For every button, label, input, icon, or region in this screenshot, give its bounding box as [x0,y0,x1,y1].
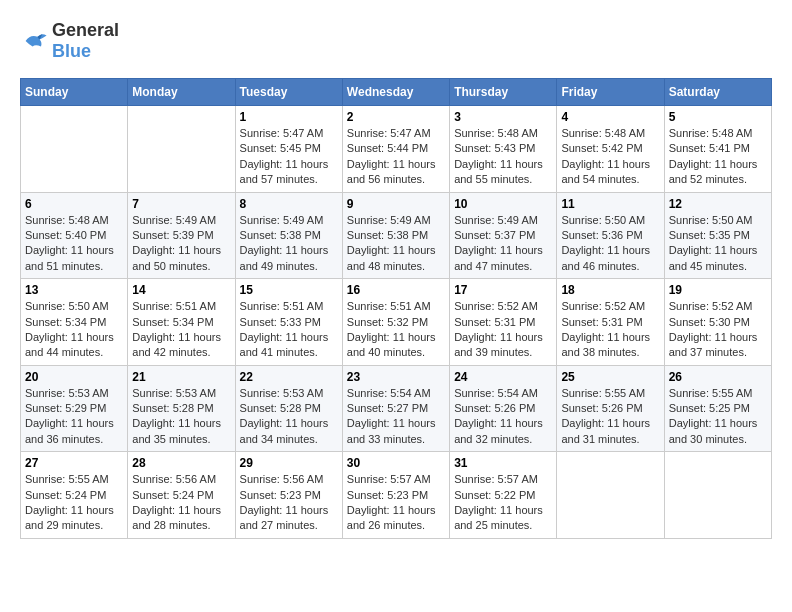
calendar-cell [21,106,128,193]
sunrise: Sunrise: 5:55 AM [561,386,659,401]
sunrise: Sunrise: 5:48 AM [454,126,552,141]
day-number: 19 [669,283,767,297]
sunset: Sunset: 5:39 PM [132,228,230,243]
sunrise: Sunrise: 5:49 AM [347,213,445,228]
daylight: Daylight: 11 hours and 40 minutes. [347,330,445,361]
day-number: 26 [669,370,767,384]
sunset: Sunset: 5:22 PM [454,488,552,503]
daylight: Daylight: 11 hours and 30 minutes. [669,416,767,447]
day-info: Sunrise: 5:56 AM Sunset: 5:24 PM Dayligh… [132,472,230,534]
sunset: Sunset: 5:31 PM [454,315,552,330]
daylight: Daylight: 11 hours and 47 minutes. [454,243,552,274]
column-header-sunday: Sunday [21,79,128,106]
daylight: Daylight: 11 hours and 41 minutes. [240,330,338,361]
daylight: Daylight: 11 hours and 48 minutes. [347,243,445,274]
sunrise: Sunrise: 5:55 AM [669,386,767,401]
calendar-week-5: 27 Sunrise: 5:55 AM Sunset: 5:24 PM Dayl… [21,452,772,539]
daylight: Daylight: 11 hours and 33 minutes. [347,416,445,447]
daylight: Daylight: 11 hours and 45 minutes. [669,243,767,274]
day-info: Sunrise: 5:52 AM Sunset: 5:31 PM Dayligh… [454,299,552,361]
sunrise: Sunrise: 5:49 AM [240,213,338,228]
day-number: 18 [561,283,659,297]
sunset: Sunset: 5:40 PM [25,228,123,243]
calendar-cell: 10 Sunrise: 5:49 AM Sunset: 5:37 PM Dayl… [450,192,557,279]
day-info: Sunrise: 5:51 AM Sunset: 5:32 PM Dayligh… [347,299,445,361]
sunset: Sunset: 5:23 PM [347,488,445,503]
sunset: Sunset: 5:38 PM [240,228,338,243]
calendar-cell: 13 Sunrise: 5:50 AM Sunset: 5:34 PM Dayl… [21,279,128,366]
sunrise: Sunrise: 5:48 AM [25,213,123,228]
day-info: Sunrise: 5:47 AM Sunset: 5:45 PM Dayligh… [240,126,338,188]
calendar-cell: 20 Sunrise: 5:53 AM Sunset: 5:29 PM Dayl… [21,365,128,452]
sunrise: Sunrise: 5:52 AM [669,299,767,314]
column-header-thursday: Thursday [450,79,557,106]
calendar-week-3: 13 Sunrise: 5:50 AM Sunset: 5:34 PM Dayl… [21,279,772,366]
day-number: 28 [132,456,230,470]
sunrise: Sunrise: 5:54 AM [454,386,552,401]
sunset: Sunset: 5:29 PM [25,401,123,416]
sunset: Sunset: 5:34 PM [132,315,230,330]
calendar-cell: 8 Sunrise: 5:49 AM Sunset: 5:38 PM Dayli… [235,192,342,279]
calendar-cell: 29 Sunrise: 5:56 AM Sunset: 5:23 PM Dayl… [235,452,342,539]
day-number: 16 [347,283,445,297]
daylight: Daylight: 11 hours and 52 minutes. [669,157,767,188]
sunset: Sunset: 5:23 PM [240,488,338,503]
sunrise: Sunrise: 5:50 AM [669,213,767,228]
logo-text: General Blue [52,20,119,62]
calendar-cell: 3 Sunrise: 5:48 AM Sunset: 5:43 PM Dayli… [450,106,557,193]
day-info: Sunrise: 5:49 AM Sunset: 5:38 PM Dayligh… [240,213,338,275]
sunrise: Sunrise: 5:51 AM [240,299,338,314]
day-number: 1 [240,110,338,124]
calendar-cell: 28 Sunrise: 5:56 AM Sunset: 5:24 PM Dayl… [128,452,235,539]
day-number: 30 [347,456,445,470]
day-info: Sunrise: 5:50 AM Sunset: 5:34 PM Dayligh… [25,299,123,361]
sunset: Sunset: 5:35 PM [669,228,767,243]
day-number: 27 [25,456,123,470]
calendar-cell: 17 Sunrise: 5:52 AM Sunset: 5:31 PM Dayl… [450,279,557,366]
day-info: Sunrise: 5:49 AM Sunset: 5:37 PM Dayligh… [454,213,552,275]
sunset: Sunset: 5:44 PM [347,141,445,156]
day-number: 5 [669,110,767,124]
sunrise: Sunrise: 5:55 AM [25,472,123,487]
daylight: Daylight: 11 hours and 39 minutes. [454,330,552,361]
day-info: Sunrise: 5:53 AM Sunset: 5:28 PM Dayligh… [240,386,338,448]
daylight: Daylight: 11 hours and 37 minutes. [669,330,767,361]
calendar-cell: 4 Sunrise: 5:48 AM Sunset: 5:42 PM Dayli… [557,106,664,193]
daylight: Daylight: 11 hours and 34 minutes. [240,416,338,447]
sunrise: Sunrise: 5:53 AM [240,386,338,401]
sunrise: Sunrise: 5:50 AM [25,299,123,314]
daylight: Daylight: 11 hours and 38 minutes. [561,330,659,361]
sunset: Sunset: 5:24 PM [132,488,230,503]
day-info: Sunrise: 5:57 AM Sunset: 5:22 PM Dayligh… [454,472,552,534]
day-number: 15 [240,283,338,297]
calendar-cell: 16 Sunrise: 5:51 AM Sunset: 5:32 PM Dayl… [342,279,449,366]
day-number: 6 [25,197,123,211]
day-info: Sunrise: 5:48 AM Sunset: 5:41 PM Dayligh… [669,126,767,188]
day-number: 8 [240,197,338,211]
day-info: Sunrise: 5:49 AM Sunset: 5:38 PM Dayligh… [347,213,445,275]
day-number: 9 [347,197,445,211]
calendar-cell: 23 Sunrise: 5:54 AM Sunset: 5:27 PM Dayl… [342,365,449,452]
sunrise: Sunrise: 5:54 AM [347,386,445,401]
day-number: 12 [669,197,767,211]
sunrise: Sunrise: 5:49 AM [454,213,552,228]
day-info: Sunrise: 5:57 AM Sunset: 5:23 PM Dayligh… [347,472,445,534]
column-header-friday: Friday [557,79,664,106]
sunset: Sunset: 5:25 PM [669,401,767,416]
day-info: Sunrise: 5:49 AM Sunset: 5:39 PM Dayligh… [132,213,230,275]
calendar-cell [557,452,664,539]
day-info: Sunrise: 5:53 AM Sunset: 5:29 PM Dayligh… [25,386,123,448]
sunset: Sunset: 5:31 PM [561,315,659,330]
daylight: Daylight: 11 hours and 25 minutes. [454,503,552,534]
calendar-cell: 6 Sunrise: 5:48 AM Sunset: 5:40 PM Dayli… [21,192,128,279]
day-number: 25 [561,370,659,384]
sunrise: Sunrise: 5:53 AM [25,386,123,401]
daylight: Daylight: 11 hours and 56 minutes. [347,157,445,188]
day-number: 2 [347,110,445,124]
day-number: 22 [240,370,338,384]
sunrise: Sunrise: 5:56 AM [240,472,338,487]
daylight: Daylight: 11 hours and 29 minutes. [25,503,123,534]
sunrise: Sunrise: 5:47 AM [240,126,338,141]
daylight: Daylight: 11 hours and 36 minutes. [25,416,123,447]
daylight: Daylight: 11 hours and 26 minutes. [347,503,445,534]
